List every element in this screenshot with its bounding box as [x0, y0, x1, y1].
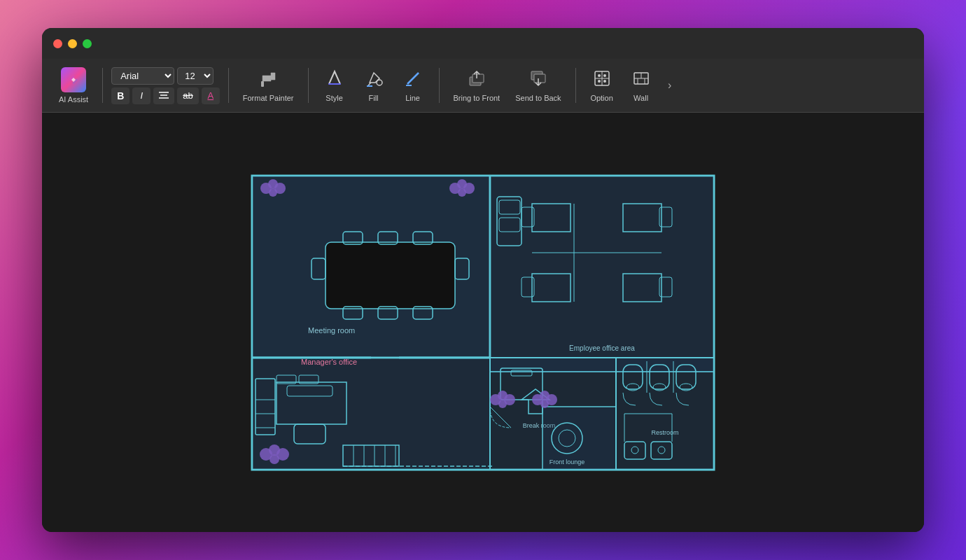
svg-point-16	[603, 80, 606, 83]
svg-rect-41	[490, 176, 714, 372]
text-color-button[interactable]: A	[202, 88, 220, 104]
font-section: Arial Helvetica Times New Roman 8 10 12 …	[111, 67, 220, 104]
svg-text:Restroom: Restroom	[651, 429, 678, 436]
line-button[interactable]: Line	[396, 66, 430, 105]
svg-text:Employee office area: Employee office area	[569, 344, 635, 352]
svg-text:Meeting room: Meeting room	[308, 326, 355, 335]
font-row-bottom: B I ab A	[111, 88, 220, 104]
divider-2	[228, 68, 229, 103]
svg-rect-6	[367, 85, 372, 87]
fill-icon	[364, 69, 384, 91]
svg-point-113	[540, 400, 549, 408]
maximize-button[interactable]	[83, 39, 92, 48]
svg-point-13	[598, 74, 601, 77]
option-icon	[592, 69, 612, 91]
toolbar: AI Assist Arial Helvetica Times New Roma…	[42, 59, 924, 113]
align-button[interactable]	[153, 88, 174, 104]
more-icon: ›	[668, 80, 671, 91]
ai-assist-icon	[61, 67, 86, 92]
svg-rect-1	[160, 94, 167, 96]
font-size-select[interactable]: 8 10 12 14 16 18 24	[177, 67, 214, 85]
close-button[interactable]	[53, 39, 62, 48]
svg-point-101	[458, 188, 466, 197]
svg-point-105	[270, 454, 279, 464]
main-window: AI Assist Arial Helvetica Times New Roma…	[42, 28, 924, 532]
style-button[interactable]: Style	[317, 66, 352, 105]
ai-assist-button[interactable]: AI Assist	[53, 64, 94, 106]
send-to-back-button[interactable]: Send to Back	[510, 66, 566, 105]
minimize-button[interactable]	[68, 39, 77, 48]
font-family-select[interactable]: Arial Helvetica Times New Roman	[111, 67, 174, 85]
format-painter-button[interactable]: Format Painter	[237, 66, 300, 105]
style-icon	[325, 69, 344, 91]
more-button[interactable]: ›	[663, 77, 677, 94]
fill-button[interactable]: Fill	[356, 66, 391, 105]
svg-point-109	[498, 400, 507, 408]
send-to-back-label: Send to Back	[515, 94, 561, 102]
bold-button[interactable]: B	[111, 88, 130, 104]
fill-label: Fill	[369, 94, 379, 102]
svg-rect-7	[406, 85, 412, 86]
option-label: Option	[590, 94, 612, 102]
bring-to-front-label: Bring to Front	[454, 94, 500, 102]
bring-to-front-icon	[467, 69, 486, 91]
traffic-lights	[53, 39, 92, 48]
style-label: Style	[326, 94, 342, 102]
svg-rect-11	[534, 74, 545, 83]
svg-rect-0	[159, 92, 169, 93]
svg-rect-3	[261, 81, 264, 87]
strikethrough-button[interactable]: ab	[177, 88, 198, 104]
ai-assist-label: AI Assist	[59, 95, 88, 104]
svg-point-5	[377, 80, 382, 85]
svg-rect-9	[472, 74, 484, 83]
divider-1	[102, 68, 103, 103]
divider-5	[575, 68, 576, 103]
format-painter-icon	[258, 69, 278, 91]
svg-rect-2	[159, 97, 169, 99]
wall-button[interactable]: Wall	[624, 66, 659, 105]
svg-text:Front lounge: Front lounge	[550, 458, 585, 465]
format-painter-label: Format Painter	[243, 94, 294, 102]
svg-point-14	[603, 74, 606, 77]
wall-label: Wall	[634, 94, 648, 102]
wall-icon	[631, 69, 651, 91]
send-to-back-icon	[528, 69, 548, 91]
divider-4	[439, 68, 440, 103]
canvas-area[interactable]: Meeting room Employee office area	[42, 113, 924, 532]
titlebar	[42, 28, 924, 59]
floorplan: Meeting room Employee office area	[231, 162, 735, 484]
divider-3	[308, 68, 309, 103]
svg-point-97	[269, 188, 277, 197]
svg-rect-4	[328, 83, 341, 85]
svg-point-15	[598, 80, 601, 83]
svg-text:Manager's office: Manager's office	[301, 358, 357, 366]
font-row-top: Arial Helvetica Times New Roman 8 10 12 …	[111, 67, 220, 85]
line-icon	[403, 69, 423, 91]
italic-button[interactable]: I	[132, 88, 150, 104]
bring-to-front-button[interactable]: Bring to Front	[448, 66, 506, 105]
svg-rect-32	[326, 242, 455, 309]
line-label: Line	[405, 94, 420, 102]
option-button[interactable]: Option	[584, 66, 620, 105]
